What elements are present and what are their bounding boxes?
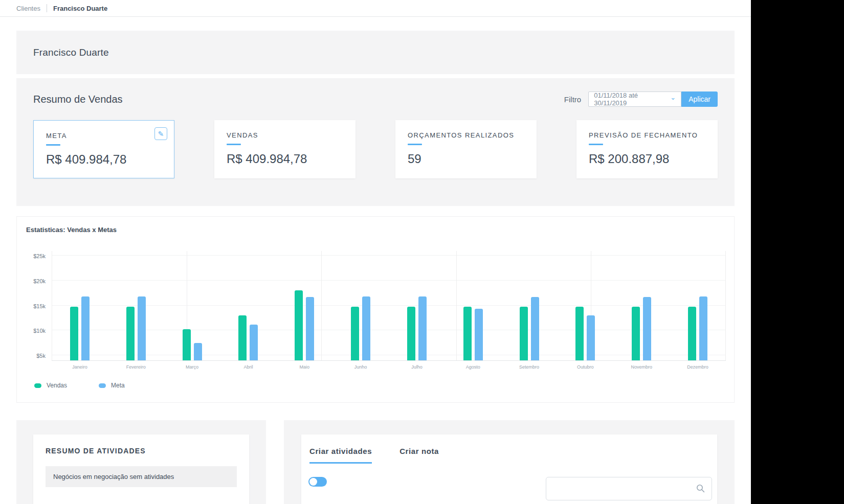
x-tick-label: Agosto xyxy=(445,364,501,370)
chart-area: $5k$10k$15k$20k$25k xyxy=(17,251,734,361)
activities-list-item[interactable]: Negócios em negociação sem atividades xyxy=(46,466,237,487)
bar-group-abril xyxy=(220,315,276,360)
chart-legend: Vendas Meta xyxy=(17,382,734,389)
chart-title: Estatisticas: Vendas x Metas xyxy=(17,226,734,234)
bar-meta-agosto xyxy=(475,309,483,360)
bar-group-setembro xyxy=(501,297,558,360)
toggle-switch[interactable] xyxy=(308,477,327,487)
bar-group-julho xyxy=(389,296,445,360)
tab-criar-nota[interactable]: Criar nota xyxy=(399,447,439,464)
sales-summary-panel: Resumo de Vendas Filtro 01/11/2018 até 3… xyxy=(16,78,735,206)
x-tick-label: Junho xyxy=(332,364,389,370)
create-form-row xyxy=(308,477,712,500)
bar-groups xyxy=(52,251,726,360)
x-tick-label: Novembro xyxy=(613,364,670,370)
create-tabs: Criar atividades Criar nota xyxy=(308,447,712,464)
bar-group-outubro xyxy=(557,307,613,360)
date-range-select[interactable]: 01/11/2018 até 30/11/2019 ⌄ xyxy=(588,91,681,107)
stat-accent-bar xyxy=(589,144,603,145)
legend-label-meta: Meta xyxy=(111,382,125,389)
stat-card-meta: ✎ META R$ 409.984,78 xyxy=(33,120,174,178)
pencil-icon: ✎ xyxy=(158,130,164,138)
bar-meta-abril xyxy=(250,325,258,360)
bar-group-fevereiro xyxy=(108,296,164,360)
stat-accent-bar xyxy=(227,144,241,145)
bar-group-dezembro xyxy=(670,296,726,360)
activities-card: RESUMO DE ATIVIDADES Negócios em negocia… xyxy=(33,434,249,504)
stat-value-previsao: R$ 200.887,98 xyxy=(589,152,705,166)
breadcrumb-clientes[interactable]: Clientes xyxy=(16,5,40,12)
stat-card-previsao: PREVISÃO DE FECHAMENTO R$ 200.887,98 xyxy=(576,120,718,178)
bar-group-junho xyxy=(332,296,389,360)
bar-meta-maio xyxy=(306,297,314,360)
stat-accent-bar xyxy=(408,144,422,145)
bar-meta-outubro xyxy=(587,315,595,360)
bar-vendas-fevereiro xyxy=(126,307,135,361)
breadcrumb: Clientes Francisco Duarte xyxy=(0,0,751,17)
chart-xlabels: JaneiroFevereiroMarçoAbrilMaioJunhoJulho… xyxy=(52,364,726,370)
x-tick-label: Abril xyxy=(220,364,276,370)
sales-summary-header: Resumo de Vendas Filtro 01/11/2018 até 3… xyxy=(33,91,718,107)
bar-vendas-setembro xyxy=(520,307,528,360)
breadcrumb-divider xyxy=(47,4,47,12)
bar-vendas-abril xyxy=(238,315,247,360)
legend-item-vendas: Vendas xyxy=(34,382,67,389)
tab-criar-atividades[interactable]: Criar atividades xyxy=(309,447,372,464)
stat-label-orcamentos: ORÇAMENTOS REALIZADOS xyxy=(408,131,524,139)
bar-meta-janeiro xyxy=(81,296,90,360)
legend-swatch-meta xyxy=(99,383,106,388)
bar-meta-novembro xyxy=(643,297,651,360)
stat-value-meta: R$ 409.984,78 xyxy=(46,152,162,167)
page-title: Francisco Duarte xyxy=(33,47,109,58)
bar-group-março xyxy=(164,329,220,360)
y-tick-label: $5k xyxy=(36,353,46,359)
bar-vendas-dezembro xyxy=(688,307,696,361)
chart-panel: Estatisticas: Vendas x Metas $5k$10k$15k… xyxy=(16,216,735,403)
bar-group-maio xyxy=(276,290,332,360)
legend-label-vendas: Vendas xyxy=(47,382,67,389)
screen-black-area xyxy=(751,0,844,504)
filter-label: Filtro xyxy=(564,95,581,104)
apply-filter-button[interactable]: Aplicar xyxy=(681,91,718,107)
bar-vendas-outubro xyxy=(575,307,584,360)
bar-meta-dezembro xyxy=(699,296,707,360)
toggle-knob xyxy=(309,478,317,486)
search-input[interactable] xyxy=(546,477,712,500)
x-tick-label: Julho xyxy=(389,364,445,370)
stat-label-meta: META xyxy=(46,132,162,140)
bar-group-novembro xyxy=(613,297,670,360)
create-panel: Criar atividades Criar nota xyxy=(284,420,735,504)
date-range-value: 01/11/2018 até 30/11/2019 xyxy=(594,91,670,107)
bar-meta-setembro xyxy=(531,297,539,360)
app-window: Clientes Francisco Duarte Francisco Duar… xyxy=(0,0,751,504)
bar-meta-março xyxy=(194,343,202,360)
bar-meta-fevereiro xyxy=(138,296,146,360)
activities-title: RESUMO DE ATIVIDADES xyxy=(46,447,237,455)
x-tick-label: Fevereiro xyxy=(108,364,164,370)
y-tick-label: $25k xyxy=(33,253,46,259)
edit-meta-button[interactable]: ✎ xyxy=(154,127,167,140)
x-tick-label: Março xyxy=(164,364,220,370)
bottom-section: RESUMO DE ATIVIDADES Negócios em negocia… xyxy=(16,420,735,504)
bar-vendas-janeiro xyxy=(70,307,78,361)
legend-item-meta: Meta xyxy=(99,382,125,389)
legend-swatch-vendas xyxy=(34,383,41,388)
chart-plot xyxy=(52,251,726,361)
bar-meta-junho xyxy=(362,296,370,360)
stat-value-vendas: R$ 409.984,78 xyxy=(227,152,343,166)
bar-vendas-junho xyxy=(351,307,359,360)
sales-summary-title: Resumo de Vendas xyxy=(33,94,123,105)
axis-spacer xyxy=(25,364,52,370)
client-header-panel: Francisco Duarte xyxy=(16,31,735,74)
chevron-down-icon: ⌄ xyxy=(670,96,676,100)
y-tick-label: $15k xyxy=(33,303,46,309)
x-tick-label: Setembro xyxy=(501,364,558,370)
stat-card-orcamentos: ORÇAMENTOS REALIZADOS 59 xyxy=(395,120,537,178)
bar-vendas-março xyxy=(183,329,191,360)
bar-vendas-maio xyxy=(295,290,303,360)
bar-vendas-novembro xyxy=(632,307,640,360)
stat-label-previsao: PREVISÃO DE FECHAMENTO xyxy=(589,131,705,139)
y-tick-label: $20k xyxy=(33,278,46,284)
stat-card-vendas: VENDAS R$ 409.984,78 xyxy=(214,120,356,178)
chart-x-axis: JaneiroFevereiroMarçoAbrilMaioJunhoJulho… xyxy=(17,364,734,370)
